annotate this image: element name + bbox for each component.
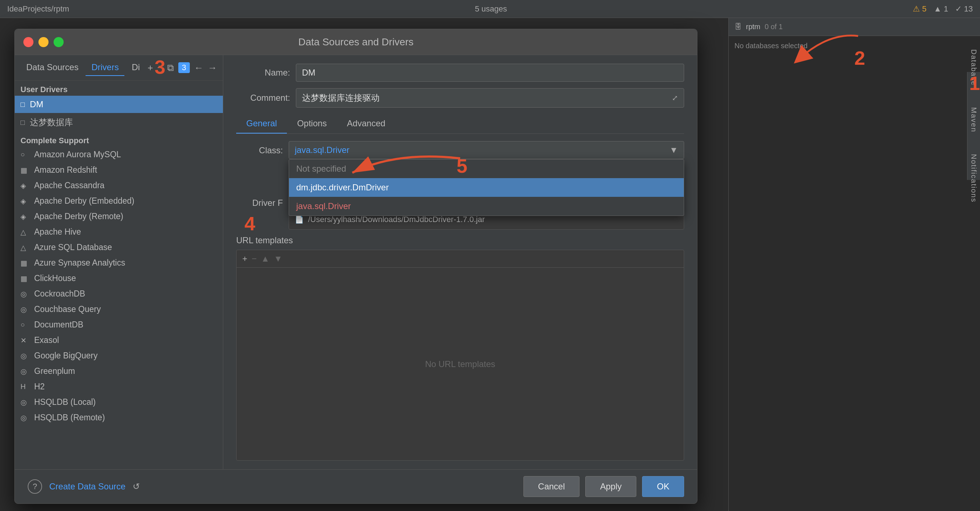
maximize-button[interactable]: [54, 37, 64, 47]
driver-cockroachdb[interactable]: ◎ CockroachDB: [15, 286, 223, 302]
warnings-count: ⚠ 5: [913, 4, 926, 14]
notifications-tab[interactable]: Notifications: [970, 154, 978, 203]
azure-synapse-label: Azure Synapse Analytics: [34, 258, 125, 268]
name-label: Name:: [236, 68, 290, 78]
url-down-button[interactable]: ▼: [274, 254, 283, 264]
cockroachdb-icon: ◎: [21, 290, 29, 298]
cancel-button[interactable]: Cancel: [523, 476, 580, 497]
ok-button[interactable]: OK: [642, 476, 684, 497]
driver-list[interactable]: ○ Amazon Aurora MySQL ▦ Amazon Redshift …: [15, 147, 223, 469]
driver-amazon-aurora[interactable]: ○ Amazon Aurora MySQL: [15, 147, 223, 162]
dropdown-not-specified[interactable]: Not specified: [289, 160, 684, 178]
name-input[interactable]: [296, 64, 684, 82]
url-controls: + − ▲ ▼: [237, 250, 684, 268]
comment-label: Comment:: [236, 93, 290, 103]
db-no-selected: No databases selected: [729, 36, 980, 56]
apache-derby-rem-icon: ◈: [21, 212, 29, 221]
driver-exasol[interactable]: ✕ Exasol: [15, 332, 223, 348]
nav-back[interactable]: ←: [194, 62, 204, 73]
left-header: Data Sources Drivers Di + − ⧉ 3 ← →: [15, 55, 223, 81]
driver-files-label: Driver F: [236, 195, 283, 208]
hsqldb-local-label: HSQLDB (Local): [34, 397, 95, 407]
dameng-label: 达梦数据库: [30, 117, 73, 128]
dropdown-dm-driver[interactable]: dm.jdbc.driver.DmDriver: [289, 178, 684, 197]
name-row: Name:: [236, 64, 684, 82]
driver-greenplum[interactable]: ◎ Greenplum: [15, 364, 223, 379]
driver-item-dameng[interactable]: □ 达梦数据库: [15, 113, 223, 132]
dialog: Data Sources and Drivers Data Sources Dr…: [14, 29, 697, 504]
apache-cassandra-icon: ◈: [21, 181, 29, 190]
apache-derby-rem-label: Apache Derby (Remote): [34, 212, 123, 221]
driver-apache-cassandra[interactable]: ◈ Apache Cassandra: [15, 178, 223, 193]
close-button[interactable]: [23, 37, 33, 47]
add-button[interactable]: +: [147, 62, 153, 73]
tab-drivers[interactable]: Drivers: [86, 59, 124, 76]
driver-hsqldb-remote[interactable]: ◎ HSQLDB (Remote): [15, 410, 223, 425]
amazon-aurora-icon: ○: [21, 150, 29, 159]
class-row: Class: java.sql.Driver ▼ Not specified d…: [236, 141, 684, 159]
driver-documentdb[interactable]: ○ DocumentDB: [15, 317, 223, 332]
complete-support-label: Complete Support: [15, 132, 223, 147]
tab-di[interactable]: Di: [126, 59, 146, 76]
dialog-title: Data Sources and Drivers: [298, 36, 414, 48]
apply-button[interactable]: Apply: [585, 476, 636, 497]
url-up-button[interactable]: ▲: [261, 254, 270, 264]
azure-sql-icon: △: [21, 243, 29, 252]
reset-button[interactable]: ↺: [133, 482, 140, 492]
remove-url-button[interactable]: −: [251, 254, 257, 264]
driver-couchbase[interactable]: ◎ Couchbase Query: [15, 302, 223, 317]
url-templates-empty: No URL templates: [237, 268, 684, 460]
apache-derby-emb-icon: ◈: [21, 197, 29, 206]
driver-item-dm[interactable]: □ DM: [15, 96, 223, 113]
create-data-source-link[interactable]: Create Data Source: [49, 482, 126, 492]
driver-azure-sql[interactable]: △ Azure SQL Database: [15, 240, 223, 255]
dm-label: DM: [30, 99, 43, 109]
jar-icon: 📄: [295, 215, 304, 224]
copy-button[interactable]: ⧉: [167, 62, 174, 73]
minimize-button[interactable]: [38, 37, 49, 47]
driver-google-bigquery[interactable]: ◎ Google BigQuery: [15, 348, 223, 364]
tab-advanced[interactable]: Advanced: [337, 114, 395, 134]
tab-data-sources[interactable]: Data Sources: [21, 59, 84, 76]
expand-icon[interactable]: ⤢: [672, 94, 678, 102]
right-panel: Name: Comment: 达梦数据库连接驱动 ⤢ General Optio…: [223, 55, 697, 469]
exasol-icon: ✕: [21, 336, 29, 345]
amazon-redshift-icon: ▦: [21, 166, 29, 174]
tab-general[interactable]: General: [236, 114, 287, 134]
left-panel: Data Sources Drivers Di + − ⧉ 3 ← → User…: [15, 55, 223, 469]
comment-value: 达梦数据库连接驱动: [302, 92, 380, 104]
exasol-label: Exasol: [34, 335, 59, 345]
vertical-tabs[interactable]: Database Maven Notifications: [967, 72, 980, 180]
add-url-button[interactable]: +: [242, 254, 247, 264]
driver-apache-derby-remote[interactable]: ◈ Apache Derby (Remote): [15, 209, 223, 224]
tab-options[interactable]: Options: [287, 114, 337, 134]
class-select[interactable]: java.sql.Driver ▼: [289, 141, 684, 159]
maven-tab[interactable]: Maven: [970, 107, 978, 133]
hsqldb-local-icon: ◎: [21, 398, 29, 407]
dropdown-java-sql-driver[interactable]: java.sql.Driver: [289, 197, 684, 216]
class-dropdown: Not specified dm.jdbc.driver.DmDriver ja…: [289, 159, 684, 216]
db-icon: 🗄: [735, 23, 741, 31]
h2-icon: H: [21, 383, 29, 391]
remove-button[interactable]: −: [158, 62, 163, 73]
dm-icon: □: [21, 101, 25, 109]
help-button[interactable]: ?: [28, 479, 42, 494]
driver-amazon-redshift[interactable]: ▦ Amazon Redshift: [15, 162, 223, 178]
nav-forward[interactable]: →: [208, 62, 217, 73]
alerts-count: ▲ 1: [934, 4, 948, 14]
driver-hsqldb-local[interactable]: ◎ HSQLDB (Local): [15, 394, 223, 410]
azure-synapse-icon: ▦: [21, 259, 29, 267]
driver-apache-derby-embedded[interactable]: ◈ Apache Derby (Embedded): [15, 193, 223, 209]
apache-cassandra-label: Apache Cassandra: [34, 180, 105, 190]
dialog-traffic-lights: [23, 37, 64, 47]
driver-apache-hive[interactable]: △ Apache Hive: [15, 224, 223, 240]
url-templates-label: URL templates: [236, 235, 684, 246]
project-path: IdeaProjects/rptm: [7, 4, 69, 14]
database-tab[interactable]: Database: [970, 49, 978, 86]
driver-azure-synapse[interactable]: ▦ Azure Synapse Analytics: [15, 255, 223, 271]
driver-h2[interactable]: H H2: [15, 379, 223, 394]
dameng-icon: □: [21, 118, 25, 127]
cockroachdb-label: CockroachDB: [34, 289, 85, 299]
driver-clickhouse[interactable]: ▦ ClickHouse: [15, 271, 223, 286]
greenplum-icon: ◎: [21, 367, 29, 376]
